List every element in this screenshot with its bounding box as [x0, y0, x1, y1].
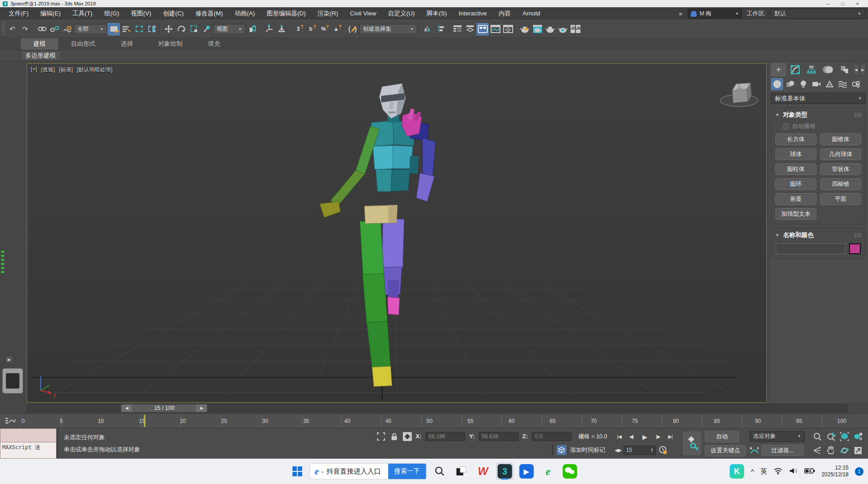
select-and-move-icon[interactable]	[162, 23, 175, 35]
battery-icon[interactable]	[804, 468, 815, 475]
taskbar-search-text[interactable]: 抖音直接进入入口	[326, 467, 388, 476]
toggle-scene-explorer-icon[interactable]	[451, 23, 463, 35]
named-selection-sets-dropdown[interactable]: 创建选择集 ▼	[359, 24, 417, 34]
primitive-button[interactable]: 四棱锥	[820, 178, 861, 190]
ribbon-tab[interactable]: 填充	[195, 38, 233, 50]
key-filter-dropdown[interactable]: 选定对象 ▼	[750, 431, 805, 442]
taskbar-search-button[interactable]: 搜索一下	[388, 463, 426, 479]
toggle-layer-explorer-icon[interactable]	[464, 23, 476, 35]
primitive-button[interactable]: 管状体	[820, 163, 861, 175]
selection-filter-dropdown[interactable]: 全部 ▼	[74, 24, 107, 34]
ribbon-tab[interactable]: 自由形式	[58, 38, 108, 50]
reference-coordinate-dropdown[interactable]: 视图 ▼	[213, 24, 245, 34]
menu-item[interactable]: 内容	[493, 7, 517, 20]
menu-item[interactable]: 修改器(M)	[189, 7, 229, 20]
minimize-button[interactable]: –	[827, 1, 830, 6]
ribbon-tab[interactable]: 对象绘制	[146, 38, 195, 50]
workspace-dropdown[interactable]: 默认 ▼	[770, 9, 865, 19]
menu-item[interactable]: 自定义(U)	[382, 7, 420, 20]
menu-item[interactable]: Civil View	[344, 7, 382, 20]
tray-chevron-icon[interactable]: ^	[751, 468, 754, 475]
unlink-selection-icon[interactable]	[48, 23, 61, 35]
time-ruler[interactable]: 0510152025303540455055606570758085909510…	[21, 414, 847, 428]
menu-item[interactable]: 创建(C)	[157, 7, 190, 20]
macro-recorder-pane[interactable]	[0, 428, 57, 442]
menu-item[interactable]: Arnold	[517, 7, 546, 20]
panel-scroll-right-icon[interactable]: ▶	[860, 64, 866, 76]
autogrid-checkbox[interactable]	[783, 123, 789, 129]
selection-lock-icon[interactable]	[390, 432, 399, 441]
render-setup-icon[interactable]	[519, 23, 531, 35]
render-production-icon[interactable]	[544, 23, 556, 35]
primitive-button[interactable]: 圆锥体	[820, 133, 861, 145]
edit-named-selection-sets-icon[interactable]: {}	[347, 23, 359, 35]
primitive-category-dropdown[interactable]: 标准基本体 ▼	[771, 93, 866, 104]
select-and-rotate-icon[interactable]	[175, 23, 187, 35]
biped-character[interactable]	[320, 84, 435, 387]
bind-to-space-warp-icon[interactable]	[61, 23, 73, 35]
expand-panel-button[interactable]: ▶	[5, 356, 13, 363]
add-time-tag-icon[interactable]	[557, 445, 566, 455]
time-slider-handle[interactable]: ◀ 15 / 100 ▶	[121, 404, 207, 412]
play-icon[interactable]: ▶	[638, 432, 651, 442]
object-name-field[interactable]	[776, 243, 845, 254]
taskbar-search-box[interactable]: e ▲ 抖音直接进入入口 搜索一下	[310, 463, 427, 479]
category-systems-icon[interactable]	[850, 78, 862, 90]
menu-item[interactable]: 组(G)	[99, 7, 125, 20]
primitive-button[interactable]: 加强型文本	[775, 208, 816, 220]
select-and-place-icon[interactable]	[200, 23, 212, 35]
speaker-icon[interactable]	[789, 467, 798, 476]
autogrid-row[interactable]: 自动栅格	[783, 122, 865, 130]
taskbar-browser-icon[interactable]: e	[539, 463, 557, 480]
redo-icon[interactable]: ↷	[19, 23, 31, 35]
pan-hand-icon[interactable]	[826, 445, 836, 456]
keyboard-shortcut-override-icon[interactable]	[275, 23, 288, 35]
mirror-icon[interactable]	[422, 23, 434, 35]
notification-badge[interactable]: 1	[855, 467, 863, 476]
menu-item[interactable]: 脚本(S)	[421, 7, 453, 20]
use-pivot-point-center-icon[interactable]	[246, 23, 258, 35]
primitive-button[interactable]: 圆柱体	[775, 163, 816, 175]
add-time-tag-label[interactable]: 添加时间标记	[570, 446, 605, 454]
primitive-button[interactable]: 几何球体	[820, 148, 861, 160]
menu-item[interactable]: Interactive	[453, 7, 493, 20]
frame-spinner-icon[interactable]: ▲▼	[651, 448, 653, 452]
select-by-name-icon[interactable]	[120, 23, 132, 35]
maximize-button[interactable]: □	[841, 1, 844, 6]
category-lights-icon[interactable]	[797, 78, 809, 90]
mini-curve-editor-icon[interactable]	[0, 414, 21, 428]
go-to-end-icon[interactable]: ▶|	[665, 432, 676, 442]
object-type-header[interactable]: ▼ 对象类型	[771, 108, 865, 121]
select-and-manipulate-icon[interactable]	[263, 23, 275, 35]
category-shapes-icon[interactable]	[784, 78, 796, 90]
orbit-icon[interactable]	[839, 445, 850, 456]
panel-scroll-left-icon[interactable]: ◀	[853, 64, 859, 76]
primitive-button[interactable]: 平面	[820, 193, 861, 205]
primitive-button[interactable]: 长方体	[775, 133, 816, 145]
render-iterative-icon[interactable]	[557, 23, 569, 35]
field-of-view-icon[interactable]	[812, 445, 823, 456]
x-coordinate-field[interactable]: 88.196	[425, 432, 465, 441]
window-crossing-toggle-icon[interactable]	[146, 23, 158, 35]
primitive-button[interactable]: 球体	[775, 148, 816, 160]
menu-overflow-icon[interactable]: »	[678, 10, 684, 17]
taskbar-clock[interactable]: 12:15 2025/12/18	[821, 465, 849, 478]
taskbar-task-view-icon[interactable]	[453, 463, 470, 480]
menu-item[interactable]: 渲染(R)	[311, 7, 344, 20]
viewport-label-menu[interactable]: [标准]	[59, 66, 73, 74]
tab-create[interactable]: +	[771, 63, 786, 76]
perspective-viewport[interactable]: [+][透视][标准][默认明暗处理]	[27, 63, 767, 403]
select-and-link-icon[interactable]	[36, 23, 48, 35]
key-filters-icon[interactable]	[750, 446, 759, 455]
category-space-warps-icon[interactable]	[837, 78, 849, 90]
spinner-snap-toggle-icon[interactable]: ▲?	[330, 23, 342, 35]
y-coordinate-field[interactable]: 56.636	[479, 432, 519, 441]
curve-editor-icon[interactable]	[489, 23, 501, 35]
category-geometry-icon[interactable]	[771, 78, 783, 90]
menu-item[interactable]: 编辑(E)	[34, 7, 66, 20]
close-button[interactable]: ×	[856, 1, 859, 6]
frame-display[interactable]: 15 / 100	[132, 404, 196, 412]
percent-snap-toggle-icon[interactable]: %?	[317, 23, 330, 35]
name-color-header[interactable]: ▼ 名称和颜色	[771, 228, 865, 242]
viewport-label-menu[interactable]: [默认明暗处理]	[77, 66, 113, 74]
